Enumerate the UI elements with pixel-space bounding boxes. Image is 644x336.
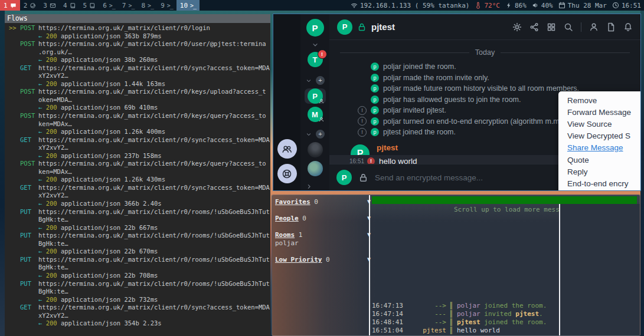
settings-icon[interactable] [512, 22, 522, 32]
flow-row[interactable]: POSThttps://termina.org.uk/_matrix/clien… [5, 40, 270, 48]
chevron-down-icon[interactable] [311, 39, 319, 50]
header-divider [581, 22, 581, 32]
room-section-header[interactable]: Low Priority 0▼ [275, 256, 372, 264]
room-section-header[interactable]: Rooms 1▼ [275, 231, 372, 239]
workspace-button-1[interactable]: 1 [0, 0, 20, 11]
timeline-event-row[interactable]: !ppoljar made the room invite only. [329, 73, 640, 84]
chevdown-icon [311, 41, 319, 49]
workspace-button-5[interactable]: 5 [80, 0, 100, 11]
terminal-icon: >_ [128, 2, 134, 9]
timeline-event-row[interactable]: !ppoljar joined the room. [329, 61, 640, 73]
flow-response: ← 200 application/json 354b 2.23s [5, 319, 270, 328]
room-section-header[interactable]: Favorites 0▼ [275, 198, 372, 206]
workspace-button-7[interactable]: 7>_ [119, 0, 138, 11]
flows-list[interactable]: >>POSThttps://termina.org.uk/_matrix/cli… [5, 23, 270, 328]
chevron-right-icon[interactable] [305, 181, 313, 191]
composer-lock-icon [358, 172, 368, 183]
flow-row[interactable]: PUThttps://termina.org.uk/_matrix/client… [5, 280, 270, 288]
explore-rooms-button[interactable] [277, 164, 297, 183]
add-room-button[interactable]: + [316, 76, 325, 85]
context-menu-item[interactable]: Remove [558, 94, 640, 106]
workspace-button-4[interactable]: 4 [60, 0, 80, 11]
room-avatar-image-1[interactable] [308, 142, 323, 157]
room-section-header[interactable]: People 0▼ [275, 215, 372, 223]
room-avatar-pjtest[interactable]: P [308, 88, 323, 104]
flow-row[interactable]: PUThttps://termina.org.uk/_matrix/client… [5, 208, 270, 216]
chevron-down-icon[interactable] [305, 129, 312, 139]
workspace-number: 10 [180, 2, 188, 9]
room-section: Low Priority 0▼ [275, 256, 372, 264]
person-icon [319, 98, 324, 104]
people-icon [282, 144, 292, 154]
thermometer-icon [475, 2, 482, 9]
speaker-icon [532, 2, 539, 9]
roomlist-section-header: + [305, 129, 325, 139]
flow-row[interactable]: GEThttps://termina.org.uk/_matrix/client… [5, 304, 270, 312]
files-icon[interactable] [606, 22, 616, 32]
search-icon[interactable] [564, 22, 573, 32]
context-menu-item[interactable]: Forward Message [558, 106, 640, 118]
chat-message-row[interactable]: 16:51:04pjtest║hello world [371, 327, 559, 335]
i3-status-bar: 123456>_7>_8>_9>_10>_ 192.168.1.133 ( 59… [0, 0, 644, 11]
community-browser-button[interactable] [277, 139, 297, 159]
flow-response: ← 200 application/json 22b 667ms [5, 224, 270, 232]
context-menu-item[interactable]: View Source [558, 118, 640, 130]
user-avatar[interactable]: P [306, 19, 324, 37]
workspace-button-10[interactable]: 10>_ [176, 0, 200, 11]
workspace-list: 123456>_7>_8>_9>_10>_ [0, 0, 200, 11]
message-body: hello world [457, 327, 500, 335]
context-menu-item[interactable]: Reply [558, 166, 640, 177]
terminal-icon: >_ [190, 2, 196, 9]
message-segment: invited [480, 310, 516, 318]
workspace-button-9[interactable]: 9>_ [157, 0, 176, 11]
workspace-button-8[interactable]: 8>_ [138, 0, 157, 11]
flow-response: ← 200 application/json 22b 670ms [5, 248, 270, 256]
flow-row[interactable]: PUThttps://termina.org.uk/_matrix/client… [5, 256, 270, 264]
message-segment: pjtest [457, 318, 480, 326]
chat-message-row[interactable]: 16:47:14---║poljar invited pjtest. [371, 310, 559, 318]
share-icon[interactable] [529, 22, 539, 32]
room-avatar-image-2[interactable] [308, 161, 323, 176]
flow-row[interactable]: PUThttps://termina.org.uk/_matrix/client… [5, 232, 270, 240]
room-header-avatar[interactable]: P [337, 19, 352, 35]
message-time: 16:47:14 [372, 310, 403, 318]
encrypted-lock-icon [357, 22, 367, 32]
workspace-button-6[interactable]: 6>_ [99, 0, 119, 11]
chat-message-row[interactable]: 16:48:41-->║pjtest joined the room. [371, 318, 559, 327]
context-menu-item[interactable]: Share Message [558, 142, 640, 154]
flow-row[interactable]: >>POSThttps://termina.org.uk/_matrix/cli… [5, 24, 270, 32]
section-label: People [275, 215, 299, 222]
add-room-button[interactable]: + [316, 130, 325, 139]
flow-row[interactable]: GEThttps://termina.org.uk/_matrix/client… [5, 184, 270, 192]
notifications-icon[interactable] [623, 22, 633, 32]
gutter-separator: ║ [449, 302, 453, 310]
room-avatar-m[interactable]: M [308, 107, 323, 122]
context-menu-item[interactable]: Quote [558, 154, 640, 166]
context-menu-item[interactable]: End-to-end encry [558, 177, 640, 189]
flow-response: ← 200 application/json 69b 410ms [5, 104, 270, 112]
context-menu-item[interactable]: View Decrypted S [558, 130, 640, 142]
members-icon[interactable] [589, 22, 599, 32]
flow-url-continuation: BgHk:te… [5, 263, 270, 272]
chat-message-row[interactable]: 16:47:13-->║poljar joined the room. [371, 302, 559, 310]
community-avatar[interactable]: T! [308, 52, 323, 67]
status-text: 192.168.1.133 ( 59% tatanka) [360, 2, 469, 9]
flow-url-continuation: xY2xvY2… [5, 192, 270, 200]
workspace-button-2[interactable]: 2 [20, 0, 40, 11]
flow-row[interactable]: POSThttps://termina.org.uk/_matrix/clien… [5, 112, 270, 120]
flow-row[interactable]: GEThttps://termina.org.uk/_matrix/client… [5, 136, 270, 144]
message-segment: pjtest [515, 310, 539, 318]
chevron-down-icon[interactable] [305, 75, 312, 85]
apps-icon[interactable] [547, 22, 556, 32]
flow-row[interactable]: POSThttps://termina.org.uk/_matrix/clien… [5, 160, 270, 168]
grid-icon [547, 22, 556, 32]
wifi-icon [351, 2, 358, 9]
room-avatar-selected-wrap[interactable]: P [305, 88, 326, 104]
status-segment: 72°C [475, 2, 500, 9]
flow-row[interactable]: POSThttps://termina.org.uk/_matrix/clien… [5, 88, 270, 96]
member-badge-icon [319, 96, 324, 105]
workspace-button-3[interactable]: 3 [40, 0, 60, 11]
element-window: P T! + P M + P pjtest [273, 14, 641, 191]
flow-row[interactable]: GEThttps://termina.org.uk/_matrix/client… [5, 64, 270, 73]
room-list-item[interactable]: poljar [275, 239, 372, 248]
